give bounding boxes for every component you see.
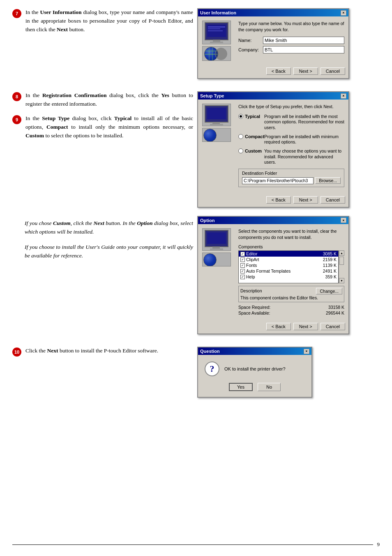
list-item[interactable]: ✓ Fonts 1139 K bbox=[239, 262, 338, 268]
close-icon[interactable]: × bbox=[341, 10, 346, 16]
step8-circle: 8 bbox=[12, 92, 21, 101]
setup-type-back-button[interactable]: < Back bbox=[266, 196, 291, 204]
option-body: Select the components you want to instal… bbox=[198, 224, 348, 320]
question-no-button[interactable]: No bbox=[258, 383, 281, 391]
user-info-dialog-body: Type your name below. You must also type… bbox=[198, 16, 348, 65]
question-titlebar: Question × bbox=[198, 348, 311, 355]
option-left: If you chose Custom, click the Next butt… bbox=[12, 216, 193, 334]
pc-monitor-body bbox=[205, 22, 228, 40]
space-required-row: Space Required: 33158 K bbox=[238, 305, 344, 310]
setup-type-image-area bbox=[202, 104, 234, 190]
option-section: If you chose Custom, click the Next butt… bbox=[12, 216, 380, 334]
question-dialog: Question × ? OK to install the printer d… bbox=[197, 347, 312, 398]
compact-radio-label[interactable]: Compact bbox=[238, 134, 261, 139]
setup-type-titlebar-buttons: × bbox=[341, 93, 346, 99]
typical-radio-dot[interactable] bbox=[238, 114, 243, 119]
custom-radio-label[interactable]: Custom bbox=[238, 148, 261, 153]
setup-type-cancel-button[interactable]: Cancel bbox=[321, 196, 345, 204]
page-content: 7 In the User Information dialog box, ty… bbox=[12, 8, 380, 406]
description-text: This component contains the Editor files… bbox=[240, 295, 318, 300]
checkbox-templates[interactable]: ✓ bbox=[240, 269, 245, 273]
option-titlebar: Option × bbox=[198, 217, 348, 224]
scroll-thumb[interactable] bbox=[339, 257, 344, 265]
step10-text: Click the Next button to install the P-t… bbox=[25, 347, 158, 355]
user-info-titlebar: User Information × bbox=[198, 9, 348, 16]
components-label: Components bbox=[238, 244, 344, 249]
user-info-next-button[interactable]: Next > bbox=[293, 67, 318, 75]
custom-radio-dot[interactable] bbox=[238, 148, 243, 153]
close-icon[interactable]: × bbox=[341, 93, 346, 99]
setup-type-dialog: Setup Type × bbox=[197, 91, 349, 208]
scroll-up-arrow[interactable]: ▲ bbox=[339, 250, 344, 256]
list-item[interactable]: ✓ Auto Format Templates 2491 K bbox=[239, 268, 338, 274]
step7-circle: 7 bbox=[12, 9, 21, 18]
user-info-company-row: Company: bbox=[238, 46, 344, 53]
dest-folder-input[interactable] bbox=[242, 177, 314, 184]
browse-button[interactable]: Browse... bbox=[315, 177, 341, 184]
user-info-name-label: Name: bbox=[238, 38, 261, 43]
option-back-button[interactable]: < Back bbox=[266, 323, 291, 330]
question-title: Question bbox=[200, 349, 220, 354]
compact-radio-row: Compact Program will be installed with m… bbox=[238, 134, 344, 145]
description-label: Description bbox=[240, 288, 262, 293]
compact-radio-dot[interactable] bbox=[238, 134, 243, 139]
italic-para2: If you choose to install the User's Guid… bbox=[25, 243, 193, 260]
scroll-down-arrow[interactable]: ▼ bbox=[339, 278, 344, 283]
step8-text: In the Registration Confirmation dialog … bbox=[25, 91, 193, 109]
option-cancel-button[interactable]: Cancel bbox=[321, 323, 345, 330]
user-info-dialog-content: Type your name below. You must also type… bbox=[238, 21, 344, 61]
option-right: Option × bbox=[193, 216, 380, 334]
user-info-name-input[interactable] bbox=[263, 37, 344, 44]
step10-number-row: 10 Click the Next button to install the … bbox=[12, 347, 193, 357]
steps89-left: 8 In the Registration Confirmation dialo… bbox=[12, 91, 193, 208]
italic-para1: If you chose Custom, click the Next butt… bbox=[25, 219, 193, 236]
step9-circle: 9 bbox=[12, 115, 21, 124]
close-icon[interactable]: × bbox=[341, 218, 346, 223]
step10-right: Question × ? OK to install the printer d… bbox=[193, 347, 380, 398]
setup-type-titlebar: Setup Type × bbox=[198, 92, 348, 100]
dest-folder-label: Destination Folder bbox=[242, 171, 341, 176]
checkbox-clipart[interactable]: ✓ bbox=[240, 257, 245, 262]
question-button-row: Yes No bbox=[198, 381, 311, 397]
components-list-container: ✓ Editor 3085 K ✓ ClipArt bbox=[238, 250, 344, 283]
question-yes-button[interactable]: Yes bbox=[229, 383, 253, 391]
user-info-image-area bbox=[202, 21, 234, 61]
list-item[interactable]: ✓ Help 359 K bbox=[239, 274, 338, 280]
components-list[interactable]: ✓ Editor 3085 K ✓ ClipArt bbox=[238, 250, 339, 283]
setup-type-next-button[interactable]: Next > bbox=[293, 196, 318, 204]
user-info-instruction: Type your name below. You must also type… bbox=[238, 21, 344, 32]
footer-line bbox=[12, 544, 373, 545]
option-titlebar-buttons: × bbox=[341, 218, 346, 223]
page-footer: 9 bbox=[0, 541, 392, 548]
user-info-company-input[interactable] bbox=[263, 46, 344, 53]
checkbox-fonts[interactable]: ✓ bbox=[240, 263, 245, 268]
italic-block: If you chose Custom, click the Next butt… bbox=[25, 219, 193, 260]
space-available-label: Space Available: bbox=[238, 310, 270, 315]
page-number: 9 bbox=[373, 541, 380, 548]
space-required-label: Space Required: bbox=[238, 305, 270, 310]
close-icon[interactable]: × bbox=[304, 349, 309, 354]
user-info-company-label: Company: bbox=[238, 47, 261, 52]
user-info-back-button[interactable]: < Back bbox=[266, 67, 291, 75]
question-titlebar-buttons: × bbox=[304, 349, 309, 354]
typical-radio-label[interactable]: Typical bbox=[238, 114, 261, 119]
user-info-cancel-button[interactable]: Cancel bbox=[321, 67, 345, 75]
checkbox-editor[interactable]: ✓ bbox=[240, 252, 245, 256]
list-scrollbar[interactable]: ▲ ▼ bbox=[339, 250, 344, 283]
setup-type-title: Setup Type bbox=[200, 93, 224, 98]
compact-desc: Program will be installed with minimum r… bbox=[264, 134, 344, 145]
typical-desc: Program will be installed with the most … bbox=[264, 114, 344, 131]
list-item[interactable]: ✓ Editor 3085 K bbox=[239, 251, 338, 257]
list-item[interactable]: ✓ ClipArt 2159 K bbox=[239, 257, 338, 262]
steps89-right: Setup Type × bbox=[193, 91, 380, 208]
option-button-row: < Back Next > Cancel bbox=[198, 320, 348, 334]
user-info-dialog: User Information × bbox=[197, 8, 349, 79]
change-button[interactable]: Change... bbox=[316, 288, 342, 294]
option-title: Option bbox=[200, 218, 214, 223]
option-next-button[interactable]: Next > bbox=[293, 323, 318, 330]
space-available-row: Space Available: 296544 K bbox=[238, 310, 344, 315]
custom-desc: You may choose the options you want to i… bbox=[264, 148, 344, 165]
globe-graphic bbox=[202, 46, 231, 61]
checkbox-help[interactable]: ✓ bbox=[240, 275, 245, 279]
option-image-area bbox=[202, 228, 234, 316]
